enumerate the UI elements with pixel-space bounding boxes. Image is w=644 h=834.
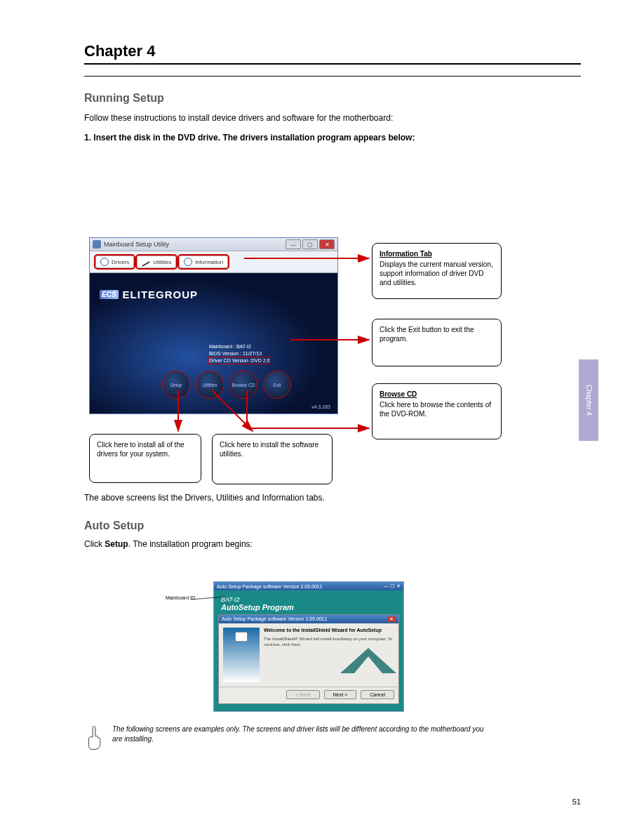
callout-utilities: Click here to install the software utili… xyxy=(212,434,333,484)
utility-version: v4.3.283 xyxy=(311,404,330,409)
utility-window: Mainboard Setup Utility — ▢ ✕ Drivers Ut… xyxy=(89,237,338,414)
utility-title-left: Mainboard Setup Utility xyxy=(93,240,169,249)
tab-bar: Drivers Utilities Information xyxy=(90,251,337,273)
callout-c3-body: Click here to browse the contents of the… xyxy=(380,401,491,418)
tabs-note: The above screens list the Drivers, Util… xyxy=(84,491,488,504)
mb-value: BAT-I2 xyxy=(236,344,251,349)
cancel-button[interactable]: Cancel xyxy=(361,690,394,699)
callout-setup: Click here to install all of the drivers… xyxy=(89,434,201,483)
tab-information-label: Information xyxy=(195,259,223,265)
cd-value: DVD 2.0 xyxy=(251,358,269,363)
svg-line-4 xyxy=(191,597,226,600)
brand-logo: ECS xyxy=(100,290,119,299)
autosetup-title-text: Auto Setup Package software Version 2.05… xyxy=(217,584,323,589)
maximize-button[interactable]: ▢ xyxy=(302,239,318,249)
callout-c5-body: Click here to install the software utili… xyxy=(220,441,318,458)
callout-browse-cd: Browse CD Click here to browse the conte… xyxy=(372,383,502,439)
callout-c2-body: Click the Exit button to exit the progra… xyxy=(380,326,474,343)
callout-exit: Click the Exit button to exit the progra… xyxy=(372,319,502,366)
info-block: Mainboard : BAT-I2 BIOS Version : 11/27/… xyxy=(209,343,269,364)
utilities-button[interactable]: Utilities xyxy=(196,371,223,398)
utility-title-text: Mainboard Setup Utility xyxy=(104,241,169,248)
pen-icon xyxy=(142,258,150,266)
browse-cd-button[interactable]: Browse CD xyxy=(230,371,257,398)
mb-label: Mainboard : xyxy=(209,344,235,349)
close-button[interactable]: ✕ xyxy=(319,239,335,249)
box-icon xyxy=(235,632,248,642)
installshield-sidebar xyxy=(223,628,260,682)
minimize-button[interactable]: — xyxy=(286,239,301,249)
side-chapter-tab: Chapter 4 xyxy=(579,359,598,441)
tab-drivers-label: Drivers xyxy=(112,259,129,265)
instruction-line-2: 1. Insert the disk in the DVD drive. The… xyxy=(84,131,581,144)
note-text: The following screens are examples only.… xyxy=(112,724,488,751)
section-running-setup: Running Setup xyxy=(84,92,581,105)
autosetup-program-name: AutoSetup Program xyxy=(221,603,294,611)
instruction-line-1: Follow these instructions to install dev… xyxy=(84,112,581,124)
info-icon xyxy=(184,258,192,266)
brand-name: ELITEGROUP xyxy=(123,289,199,300)
exit-button[interactable]: Exit xyxy=(264,371,290,398)
note-block: The following screens are examples only.… xyxy=(84,724,488,751)
autosetup-header: BAT-I2 AutoSetup Program xyxy=(221,595,399,611)
back-button: < Back xyxy=(286,690,320,699)
chapter-title: Chapter 4 xyxy=(84,42,581,60)
callout-c4-body: Click here to install all of the drivers… xyxy=(97,441,185,458)
cd-label: Driver CD Version : xyxy=(209,358,251,363)
divider-thick xyxy=(84,63,581,65)
divider-thin xyxy=(84,76,581,77)
callout-c3-heading: Browse CD xyxy=(380,390,494,399)
callout-c1-heading: Information Tab xyxy=(380,249,494,258)
autorun-heading: Auto Setup xyxy=(84,519,144,532)
tab-drivers[interactable]: Drivers xyxy=(95,256,134,268)
utility-body: ECS ELITEGROUP Mainboard : BAT-I2 BIOS V… xyxy=(90,273,337,413)
callout-c1-body: Displays the current manual version, sup… xyxy=(380,260,493,286)
bios-value: 11/27/13 xyxy=(243,351,262,356)
setup-button[interactable]: Setup xyxy=(163,371,189,398)
autosetup-window-controls: — ▢ ✕ xyxy=(384,583,401,589)
installshield-titlebar: Auto Setup Package software Version 2.05… xyxy=(219,615,398,623)
autosetup-window: Auto Setup Package software Version 2.05… xyxy=(213,581,404,712)
installshield-close[interactable]: ✕ xyxy=(387,616,396,622)
button-row: Setup Utilities Browse CD Exit xyxy=(163,371,290,398)
brand: ECS ELITEGROUP xyxy=(100,289,198,300)
dialog-footer: < Back Next > Cancel xyxy=(219,687,398,703)
bios-label: BIOS Version : xyxy=(209,351,241,356)
welcome-text: The InstallShield® Wizard will install A… xyxy=(264,637,394,648)
installshield-title-text: Auto Setup Package software Version 2.05… xyxy=(222,616,328,622)
callout-information-tab: Information Tab Displays the current man… xyxy=(372,243,502,299)
utility-titlebar: Mainboard Setup Utility — ▢ ✕ xyxy=(90,238,337,251)
cd-icon xyxy=(100,258,109,266)
click-setup-text: Click Setup. The installation program be… xyxy=(84,538,488,550)
tab-information[interactable]: Information xyxy=(179,256,228,268)
next-button[interactable]: Next > xyxy=(324,690,356,699)
app-icon xyxy=(93,240,101,249)
welcome-heading: Welcome to the InstallShield Wizard for … xyxy=(264,628,394,633)
autosetup-titlebar: Auto Setup Package software Version 2.05… xyxy=(214,582,403,590)
window-controls: — ▢ ✕ xyxy=(286,239,335,249)
page-number: 51 xyxy=(572,797,581,806)
hand-icon xyxy=(84,724,104,751)
tab-utilities-label: Utilities xyxy=(153,259,171,265)
tab-utilities[interactable]: Utilities xyxy=(137,256,176,268)
mainboard-id-line xyxy=(191,597,226,602)
